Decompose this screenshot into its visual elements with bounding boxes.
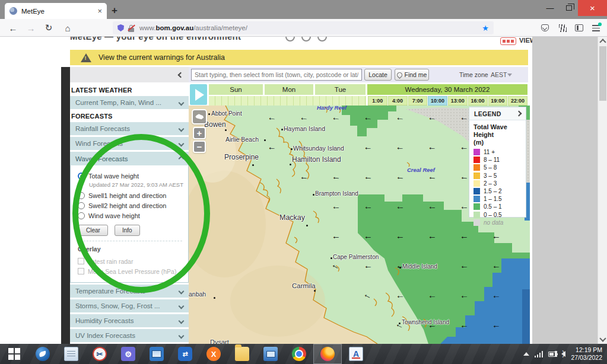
find-me-button[interactable]: Find me <box>395 69 429 81</box>
radio-icon[interactable] <box>78 192 85 199</box>
taskbar-notepad[interactable] <box>57 344 85 364</box>
window-close-button[interactable]: × <box>578 0 607 16</box>
scroll-down-icon[interactable] <box>599 335 606 341</box>
sidebar-item-rainfall-forecasts[interactable]: Rainfall Forecasts <box>70 122 189 135</box>
updated-note: Updated 27 Mar 2022, 9:03 AM AEST <box>89 181 185 188</box>
time-slot-1-00[interactable]: 1:00 <box>368 96 387 106</box>
radio-icon[interactable] <box>78 173 85 180</box>
checkbox-icon[interactable] <box>78 268 84 274</box>
header-circle-icon[interactable] <box>301 37 311 41</box>
window-minimize-button[interactable]: — <box>541 0 559 16</box>
header-circle-icon[interactable] <box>285 37 295 41</box>
home-button[interactable]: ⌂ <box>59 19 76 37</box>
wave-direction-arrow-icon: ← <box>363 112 373 122</box>
zoom-out-button[interactable]: − <box>193 141 206 153</box>
sidebar-item-waves-forecasts[interactable]: Waves Forecasts <box>70 152 189 165</box>
back-button[interactable]: ← <box>5 19 21 37</box>
radio-option-swell1-height-and-direction[interactable]: Swell1 height and direction <box>78 190 185 200</box>
taskbar-firefox-active[interactable] <box>313 344 342 364</box>
timeline-ticks[interactable] <box>209 96 366 106</box>
warning-banner[interactable]: View the current warnings for Australia <box>70 50 528 65</box>
time-slot-7-00[interactable]: 7:00 <box>408 96 428 106</box>
radio-option-swell2-height-and-direction[interactable]: Swell2 height and direction <box>78 200 185 210</box>
pocket-icon[interactable] <box>537 19 552 37</box>
time-slot-16-00[interactable]: 16:00 <box>468 96 488 106</box>
zoom-in-button[interactable]: + <box>193 127 206 139</box>
tab-close-icon[interactable]: × <box>97 7 102 15</box>
checkbox-icon[interactable] <box>78 258 84 264</box>
radio-option-wind-wave-height[interactable]: Wind wave height <box>78 210 185 221</box>
wave-direction-arrow-icon: ← <box>396 202 405 211</box>
sidebar-item-humidity-forecasts[interactable]: Humidity Forecasts <box>70 314 189 327</box>
sidebar-item-temperature-forecasts[interactable]: Temperature Forecasts <box>70 285 189 298</box>
timezone-select[interactable]: AEST <box>488 69 514 80</box>
time-slot-10-00[interactable]: 10:00 <box>428 96 447 106</box>
library-icon[interactable] <box>555 19 570 37</box>
taskbar-document-app[interactable]: A <box>342 344 370 364</box>
taskbar-settings[interactable]: ⚙ <box>114 344 142 364</box>
day-tab-mon[interactable]: Mon <box>265 84 313 95</box>
browser-tab-meteye[interactable]: MetEye × <box>5 3 107 19</box>
forecast-map[interactable]: ←←←←←←←←←←←←←←←←←←←←←←←←←←←←←←←←←←←←←←←←… <box>189 106 530 344</box>
radio-option-total-wave-height[interactable]: Total wave height <box>78 171 185 181</box>
tray-show-hidden-icon[interactable] <box>523 352 529 356</box>
sidebar-item-current-temp-rain-wind[interactable]: Current Temp, Rain, Wind ... <box>70 96 189 109</box>
taskbar-snipping-tool[interactable]: ✂ <box>85 344 114 364</box>
reload-button[interactable]: ↻ <box>40 19 57 37</box>
scrollbar-thumb[interactable] <box>599 46 606 101</box>
taskbar-blue-app[interactable] <box>256 344 285 364</box>
volume-icon[interactable] <box>561 351 565 357</box>
taskbar-xampp[interactable]: X <box>199 344 228 364</box>
search-input[interactable] <box>191 69 362 81</box>
forward-button[interactable]: → <box>23 19 39 37</box>
sidebar-item-uv-index-forecasts[interactable]: UV Index Forecasts <box>70 329 189 342</box>
taskbar-file-explorer[interactable] <box>228 344 256 364</box>
legend-header[interactable]: LEGEND <box>469 107 526 120</box>
radio-icon[interactable] <box>78 202 85 209</box>
chevron-down-icon <box>179 288 185 294</box>
map-home-button[interactable] <box>192 109 207 124</box>
checkbox-option-mean-sea-level-pressure-hpa[interactable]: Mean Sea Level Pressure (hPa) <box>78 266 185 276</box>
new-tab-button[interactable]: + <box>112 5 117 17</box>
locate-button[interactable]: Locate <box>364 69 392 81</box>
url-bar[interactable]: www.bom.gov.au/australia/meteye/ ★ <box>113 21 494 34</box>
dropdown-caret-icon <box>507 74 512 76</box>
browser-scrollbar[interactable] <box>598 37 607 344</box>
insecure-lock-icon[interactable] <box>128 24 135 32</box>
bookmark-star-icon[interactable]: ★ <box>482 24 489 33</box>
radio-icon[interactable] <box>78 212 85 219</box>
sidebar-item-storms-snow-fog-frost[interactable]: Storms, Snow, Fog, Frost ... <box>70 299 189 312</box>
sidebar-item-wind-forecasts[interactable]: Wind Forecasts <box>70 137 189 150</box>
header-circle-icon[interactable] <box>317 37 327 41</box>
sidebar-collapse-bar[interactable] <box>70 67 189 82</box>
taskbar-thunderbird[interactable] <box>28 344 57 364</box>
scroll-up-icon[interactable] <box>599 39 606 45</box>
day-tab-sun[interactable]: Sun <box>209 84 263 95</box>
day-tab-tue[interactable]: Tue <box>315 84 366 95</box>
taskbar-clock[interactable]: 12:19 PM 27/03/2022 <box>571 346 602 362</box>
start-button[interactable] <box>0 344 28 364</box>
clear-button[interactable]: Clear <box>78 225 108 236</box>
taskbar-display-settings[interactable] <box>142 344 171 364</box>
network-signal-icon[interactable] <box>535 351 544 357</box>
info-button[interactable]: Info <box>115 225 140 236</box>
menu-hamburger-icon[interactable] <box>588 19 603 37</box>
window-restore-button[interactable] <box>560 0 578 16</box>
sidebar-toggle-icon[interactable] <box>571 19 587 37</box>
time-slot-19-00[interactable]: 19:00 <box>488 96 508 106</box>
wave-direction-arrow-icon: ← <box>395 171 405 181</box>
legend-swatch <box>473 157 480 163</box>
views-icon[interactable] <box>500 37 516 45</box>
play-animation-button[interactable] <box>190 84 207 105</box>
time-slot-13-00[interactable]: 13:00 <box>448 96 468 106</box>
time-slot-4-00[interactable]: 4:00 <box>388 96 408 106</box>
legend-collapse-icon[interactable] <box>516 111 522 117</box>
collapse-left-icon[interactable] <box>178 72 184 78</box>
time-slot-22-00[interactable]: 22:00 <box>508 96 527 106</box>
taskbar-chrome[interactable] <box>285 344 313 364</box>
tracking-shield-icon[interactable] <box>117 24 124 31</box>
day-tab-selected[interactable]: Wednesday, 30 March 2022 <box>367 84 527 95</box>
taskbar-teamviewer[interactable]: ⇄ <box>171 344 199 364</box>
map-place-dot <box>290 164 291 165</box>
checkbox-option-latest-rain-radar[interactable]: Latest rain radar <box>78 256 185 266</box>
